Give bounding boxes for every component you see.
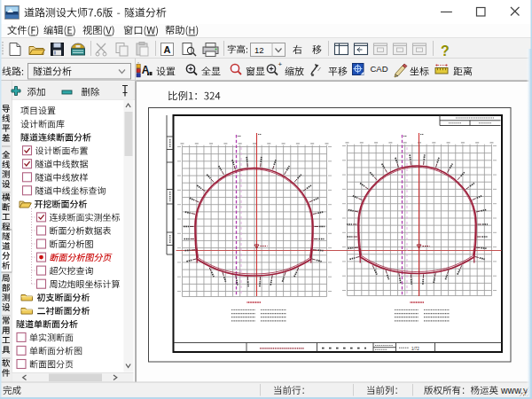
svg-text:A: A: [164, 44, 171, 55]
svg-text:12: 12: [254, 45, 264, 55]
svg-text:CAD: CAD: [371, 64, 388, 74]
svg-text:www.y: www.y: [500, 385, 528, 395]
svg-text:+: +: [278, 60, 283, 68]
svg-text:?: ?: [441, 43, 450, 59]
svg-text:1/72: 1/72: [411, 347, 419, 351]
